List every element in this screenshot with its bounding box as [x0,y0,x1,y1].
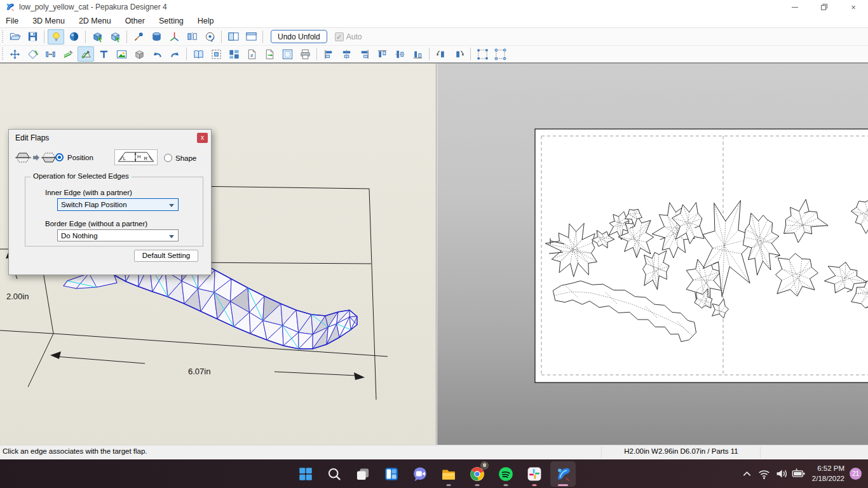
taskbar-widgets-button[interactable] [379,461,404,487]
image-button[interactable] [113,46,130,62]
notification-badge[interactable]: 21 [850,468,862,480]
align-r-icon [358,48,370,60]
preview-icon [281,48,294,60]
menu-help[interactable]: Help [191,14,221,28]
print-button[interactable] [297,46,313,62]
flap-l-letter: L [123,156,126,161]
chevron-down-icon [169,204,174,207]
layout-button[interactable] [226,46,242,62]
close-button[interactable]: × [839,0,868,14]
taskbar-chrome-button[interactable] [465,461,490,487]
book-button[interactable] [190,46,207,62]
menu-2d-menu[interactable]: 2D Menu [72,14,118,28]
toolbar-gripper[interactable] [1,30,4,43]
align-t-button[interactable] [374,46,390,62]
preview-button[interactable] [279,46,295,62]
light-button[interactable] [48,29,64,44]
flap-tool-icon [80,48,92,60]
align-m-button[interactable] [391,46,408,62]
taskbar-start-button[interactable] [293,461,318,487]
clock-date: 2/18/2022 [812,474,844,484]
pattern-page-canvas[interactable] [437,64,868,445]
taskbar-slack-button[interactable] [522,461,547,487]
dialog-title: Edit Flaps [15,133,49,142]
redo-button[interactable] [166,46,183,62]
spread-icon [44,48,57,60]
spread-button[interactable] [42,46,58,62]
render-button[interactable] [65,29,82,44]
border-edge-dropdown[interactable]: Do Nothing [57,229,179,241]
viewport-2d[interactable] [437,64,868,445]
mirror-button[interactable] [184,29,200,44]
shape-radio[interactable] [164,154,172,162]
menu-setting[interactable]: Setting [152,14,191,28]
default-setting-button[interactable]: Default Setting [134,250,198,262]
taskbar-clock[interactable]: 6:52 PM 2/18/2022 [812,464,844,484]
orbit-icon [204,30,216,43]
ungroup-button[interactable] [492,46,508,62]
undo-unfold-button[interactable]: Undo Unfold [271,30,327,43]
text-button[interactable] [95,46,112,62]
align-t-icon [376,48,388,60]
cube3d-button[interactable] [131,46,147,62]
inner-edge-dropdown[interactable]: Switch Flap Position [57,198,179,211]
chevron-up-icon[interactable] [740,466,754,481]
taskbar-file-explorer-button[interactable] [436,461,461,487]
align-l-button[interactable] [320,46,337,62]
taskbar-video-chat-button[interactable] [407,461,433,487]
one-pane-button[interactable] [243,29,259,44]
restore-button[interactable] [810,0,839,14]
dialog-close-button[interactable]: x [197,133,208,143]
auto-checkbox[interactable]: ✓ [335,32,344,41]
toolbar-gripper[interactable] [1,48,4,60]
cylinder-button[interactable] [148,29,165,44]
marquee-button[interactable] [208,46,224,62]
rot-cw-button[interactable] [451,46,467,62]
select-1-button[interactable] [89,29,105,44]
flap-tool-button[interactable] [78,46,94,62]
axes-button[interactable] [166,29,182,44]
taskbar-search-button[interactable] [322,461,347,487]
toolbar-separator [316,48,317,60]
two-pane-button[interactable] [225,29,241,44]
save-button[interactable] [24,29,41,44]
toolbar-separator [126,30,127,43]
volume-icon[interactable] [774,466,789,481]
status-separator [601,447,602,458]
toolbar-separator [429,48,430,60]
battery-icon[interactable] [791,466,806,481]
running-indicator [503,484,508,486]
select-2-button[interactable] [107,29,123,44]
restore-icon [820,3,828,11]
menu-other[interactable]: Other [118,14,152,28]
folder-open-button[interactable] [6,29,23,44]
minimize-button[interactable] [780,0,810,14]
taskbar-task-view-button[interactable] [350,461,376,487]
draw-line-button[interactable] [60,46,76,62]
pin-button[interactable] [130,29,147,44]
align-c-button[interactable] [338,46,355,62]
page-num-button[interactable]: # [243,46,260,62]
position-radio[interactable] [55,153,64,161]
orbit-button[interactable] [201,29,218,44]
menu-3d-menu[interactable]: 3D Menu [25,14,72,28]
menu-file[interactable]: File [0,14,25,28]
taskbar-pepakura-button[interactable] [550,461,576,487]
undo-button[interactable] [149,46,165,62]
rot-ccw-button[interactable] [433,46,449,62]
group-icon [477,48,489,60]
rotate-button[interactable] [24,46,41,62]
menu-bar: File3D Menu2D MenuOtherSettingHelp [0,14,868,28]
page-arrow-button[interactable] [261,46,278,62]
title-bar: low_poly_yellow_cat - Pepakura Designer … [0,0,868,14]
align-r-button[interactable] [356,46,372,62]
align-b-button[interactable] [409,46,426,62]
toolbar-2d: # [0,46,868,63]
cube3d-icon [133,48,146,60]
slack-icon [526,466,543,482]
move-button[interactable] [6,46,23,62]
running-indicator [532,484,536,486]
taskbar-spotify-button[interactable] [493,461,519,487]
wifi-icon[interactable] [757,466,771,481]
group-button[interactable] [474,46,491,62]
